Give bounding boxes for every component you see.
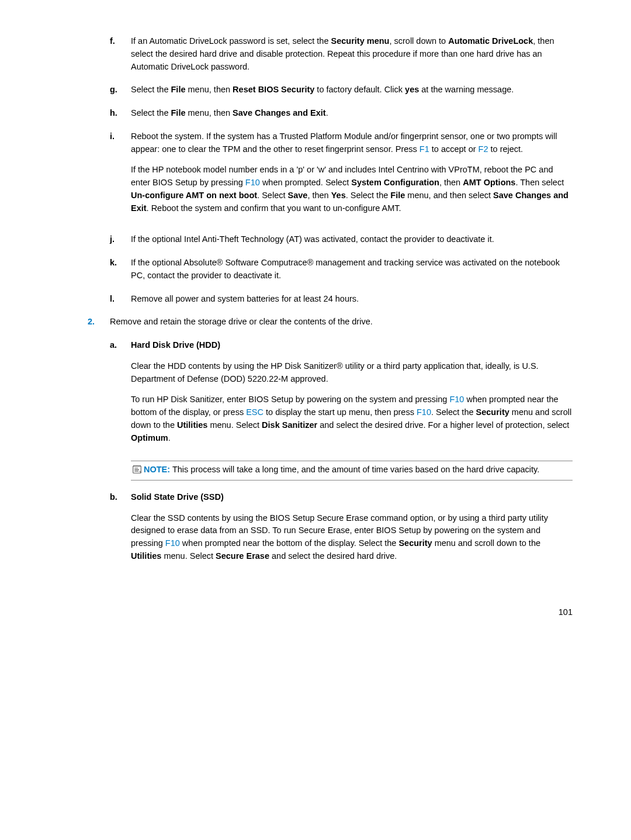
substep-para: If the HP notebook model number ends in … — [131, 164, 573, 215]
step-2b: b. Solid State Drive (SSD) Clear the SSD… — [58, 491, 573, 571]
substep-marker: g. — [110, 84, 131, 96]
substep-para: Reboot the system. If the system has a T… — [131, 130, 573, 156]
substep-k: k. If the optional Absolute® Software Co… — [58, 257, 573, 282]
substep-title: Hard Disk Drive (HDD) — [131, 340, 220, 350]
substep-text: Select the File menu, then Save Changes … — [131, 107, 573, 120]
substep-j: j. If the optional Intel Anti-Theft Tech… — [58, 233, 573, 246]
note-text: This process will take a long time, and … — [172, 465, 539, 474]
substep-title: Solid State Drive (SSD) — [131, 492, 224, 502]
substep-marker: h. — [110, 107, 131, 120]
substep-h: h. Select the File menu, then Save Chang… — [58, 107, 573, 120]
substep-l: l. Remove all power and system batteries… — [58, 293, 573, 306]
substep-text: Remove all power and system batteries fo… — [131, 293, 573, 306]
step-text: Remove and retain the storage drive or c… — [110, 316, 573, 329]
step-2: 2. Remove and retain the storage drive o… — [58, 316, 573, 329]
substep-marker: a. — [110, 339, 131, 452]
substep-text: If the optional Intel Anti-Theft Technol… — [131, 233, 573, 246]
substep-marker: f. — [110, 35, 131, 73]
substep-text: If an Automatic DriveLock password is se… — [131, 35, 573, 73]
step-2a: a. Hard Disk Drive (HDD) Clear the HDD c… — [58, 339, 573, 452]
substep-para: Clear the HDD contents by using the HP D… — [131, 360, 573, 386]
step-marker: 2. — [88, 316, 110, 329]
substep-marker: j. — [110, 233, 131, 246]
page-number: 101 — [58, 606, 573, 619]
substep-marker: b. — [110, 491, 131, 571]
substep-para: Clear the SSD contents by using the BIOS… — [131, 512, 573, 563]
substep-para: To run HP Disk Sanitizer, enter BIOS Set… — [131, 393, 573, 444]
substep-f: f. If an Automatic DriveLock password is… — [58, 35, 573, 73]
substep-marker: k. — [110, 257, 131, 282]
note-icon — [132, 464, 144, 478]
substep-i: i. Reboot the system. If the system has … — [58, 130, 573, 223]
substep-marker: i. — [110, 130, 131, 223]
substep-text: Select the File menu, then Reset BIOS Se… — [131, 84, 573, 96]
substep-marker: l. — [110, 293, 131, 306]
substep-g: g. Select the File menu, then Reset BIOS… — [58, 84, 573, 96]
note-label: NOTE: — [144, 465, 170, 474]
substep-text: If the optional Absolute® Software Compu… — [131, 257, 573, 282]
note-callout: NOTE: This process will take a long time… — [131, 461, 573, 481]
substeps-list: f. If an Automatic DriveLock password is… — [58, 35, 573, 305]
